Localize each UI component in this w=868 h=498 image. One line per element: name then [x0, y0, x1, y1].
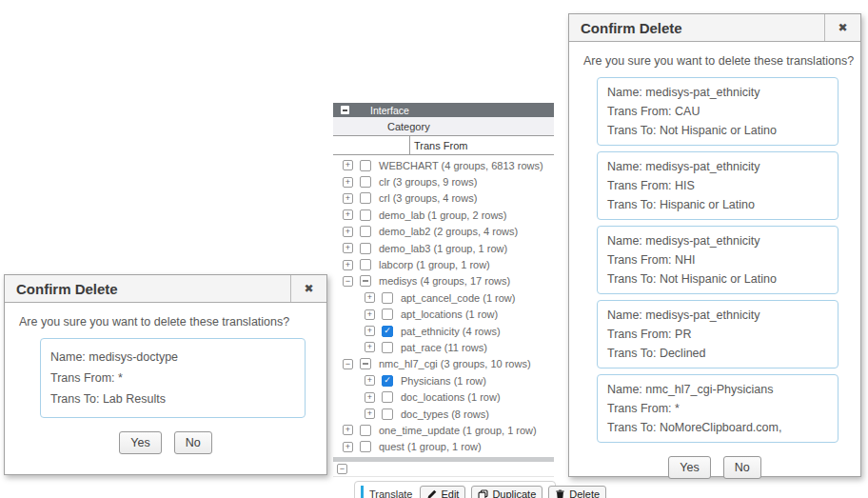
- row-checkbox[interactable]: [382, 342, 393, 353]
- expander-icon[interactable]: +: [343, 260, 353, 270]
- row-checkbox[interactable]: [382, 309, 393, 320]
- tab-translate[interactable]: Translate: [369, 488, 412, 498]
- confirm-message: Are you sure you want to delete these tr…: [583, 54, 849, 68]
- expander-icon[interactable]: +: [343, 193, 353, 204]
- close-icon[interactable]: ✖: [290, 275, 326, 302]
- translation-name: Name: medisys-pat_ethnicity: [607, 231, 828, 250]
- tree-row-label: crl (3 groups, 4 rows): [379, 192, 477, 204]
- expander-icon[interactable]: +: [365, 326, 375, 336]
- translate-tab-accent: [361, 486, 364, 498]
- row-checkbox[interactable]: [360, 226, 371, 237]
- tree-row: + demo_lab2 (2 groups, 4 rows): [333, 224, 554, 240]
- expander-icon[interactable]: +: [365, 292, 375, 303]
- translation-item: Name: nmc_hl7_cgi-Physicians Trans From:…: [597, 374, 838, 443]
- tree-rows: + WEBCHART (4 groups, 6813 rows) + clr (…: [333, 155, 554, 455]
- translation-name: Name: medisys-pat_ethnicity: [607, 83, 828, 102]
- tree-row: + demo_lab (1 group, 2 rows): [333, 207, 554, 223]
- expander-icon[interactable]: −: [343, 276, 353, 287]
- row-checkbox[interactable]: [360, 425, 371, 436]
- row-checkbox[interactable]: [360, 176, 371, 188]
- expander-icon[interactable]: +: [343, 160, 353, 170]
- collapse-section-icon[interactable]: [341, 106, 349, 114]
- tree-row-label: apt_locations (1 row): [401, 309, 498, 320]
- delete-button[interactable]: Delete: [548, 486, 606, 498]
- expander-icon[interactable]: +: [343, 227, 353, 237]
- tree-row: − medisys (4 groups, 17 rows): [333, 273, 554, 289]
- tree-row: + labcorp (1 group, 1 row): [333, 256, 554, 272]
- expander-icon[interactable]: +: [365, 375, 375, 386]
- row-checkbox[interactable]: [382, 391, 393, 403]
- tree-row: + quest (1 group, 1 row): [333, 439, 554, 455]
- row-checkbox[interactable]: [360, 160, 371, 171]
- expander-icon[interactable]: +: [343, 243, 353, 253]
- tree-row: + doc_locations (1 row): [333, 388, 554, 405]
- screen: Interface Category Trans From + WEBCHART…: [0, 0, 868, 498]
- category-header-label: Category: [387, 121, 430, 132]
- expander-icon[interactable]: +: [343, 425, 353, 435]
- edit-button[interactable]: Edit: [420, 486, 465, 498]
- tree-row-label: nmc_hl7_cgi (3 groups, 10 rows): [379, 358, 531, 369]
- expander-icon[interactable]: +: [365, 392, 375, 403]
- translation-item: Name: medisys-pat_ethnicity Trans From: …: [597, 151, 838, 220]
- interface-header-label: Interface: [370, 105, 409, 116]
- expander-icon[interactable]: +: [343, 442, 353, 452]
- row-checkbox[interactable]: [382, 292, 393, 304]
- row-checkbox[interactable]: [360, 243, 371, 254]
- tree-row-label: pat_race (11 rows): [401, 342, 487, 353]
- expander-icon[interactable]: +: [343, 177, 353, 188]
- close-icon[interactable]: ✖: [824, 14, 860, 41]
- row-checkbox[interactable]: ✓: [382, 326, 393, 337]
- collapse-all-row: −: [333, 462, 554, 477]
- tree-row: + ✓ Physicians (1 row): [333, 372, 554, 388]
- tree-row-label: quest (1 group, 1 row): [379, 441, 482, 452]
- tree-row-label: demo_lab3 (1 group, 1 row): [379, 243, 507, 254]
- tree-row-label: apt_cancel_code (1 row): [401, 292, 515, 304]
- expander-icon[interactable]: +: [365, 408, 375, 419]
- tree-row-label: Physicians (1 row): [401, 375, 486, 387]
- tree-row: − nmc_hl7_cgi (3 groups, 10 rows): [333, 356, 554, 372]
- tree-toolbar: Translate Edit Duplicate Delete: [354, 481, 556, 498]
- interface-tree-panel: Interface Category Trans From + WEBCHART…: [333, 103, 554, 498]
- dialog-buttons: Yes No: [5, 431, 326, 454]
- no-button[interactable]: No: [174, 431, 212, 454]
- row-checkbox[interactable]: [360, 275, 371, 287]
- tree-row: + crl (3 groups, 4 rows): [333, 190, 554, 207]
- translation-to: Trans To: NoMoreClipboard.com,: [607, 418, 828, 437]
- row-checkbox[interactable]: [360, 209, 371, 221]
- expander-icon[interactable]: +: [365, 342, 375, 352]
- delete-button-label: Delete: [569, 488, 600, 498]
- collapse-all-icon[interactable]: −: [337, 464, 347, 474]
- row-checkbox[interactable]: [360, 259, 371, 270]
- confirm-message: Are you sure you want to delete these tr…: [19, 315, 315, 329]
- translation-name: Name: medisys-doctype: [50, 347, 295, 368]
- translation-to: Trans To: Not Hispanic or Latino: [607, 269, 828, 289]
- translation-to: Trans To: Declined: [607, 344, 828, 363]
- expander-icon[interactable]: +: [343, 209, 353, 220]
- translation-from: Trans From: HIS: [607, 176, 828, 195]
- translation-from: Trans From: *: [607, 399, 828, 418]
- translation-from: Trans From: CAU: [607, 102, 828, 121]
- dialog-titlebar: Confirm Delete ✖: [5, 275, 326, 303]
- category-header-row: Category: [333, 117, 554, 136]
- row-checkbox[interactable]: [360, 358, 371, 369]
- translation-to: Trans To: Hispanic or Latino: [607, 195, 828, 214]
- row-checkbox[interactable]: [382, 408, 393, 420]
- confirm-delete-dialog-right: Confirm Delete ✖ Are you sure you want t…: [568, 13, 861, 477]
- trans-from-header-label: Trans From: [333, 140, 467, 151]
- tree-row-label: pat_ethnicity (4 rows): [401, 326, 501, 337]
- row-checkbox[interactable]: [360, 441, 371, 452]
- yes-button[interactable]: Yes: [668, 456, 710, 479]
- expander-icon[interactable]: +: [365, 309, 375, 320]
- tree-row: + pat_race (11 rows): [333, 339, 554, 355]
- duplicate-button[interactable]: Duplicate: [471, 486, 542, 498]
- confirm-delete-dialog-left: Confirm Delete ✖ Are you sure you want t…: [4, 274, 327, 475]
- yes-button[interactable]: Yes: [119, 431, 161, 454]
- expander-icon[interactable]: −: [343, 359, 353, 369]
- row-checkbox[interactable]: ✓: [382, 375, 393, 387]
- translation-item: Name: medisys-doctype Trans From: * Tran…: [40, 338, 306, 418]
- row-checkbox[interactable]: [360, 192, 371, 204]
- translation-items: Name: medisys-pat_ethnicity Trans From: …: [569, 77, 860, 443]
- dialog-title: Confirm Delete: [569, 14, 824, 41]
- no-button[interactable]: No: [723, 456, 761, 479]
- tree-row: + ✓ pat_ethnicity (4 rows): [333, 323, 554, 339]
